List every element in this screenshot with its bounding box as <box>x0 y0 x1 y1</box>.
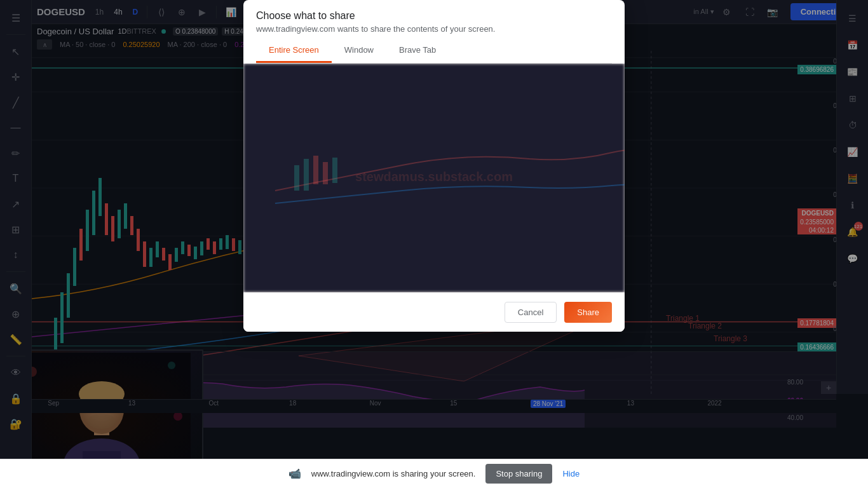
share-modal: Choose what to share www.tradingview.com… <box>243 0 625 332</box>
modal-preview: stewdamus.substack.com <box>243 64 625 292</box>
share-button[interactable]: Share <box>564 302 612 323</box>
svg-rect-92 <box>332 158 337 183</box>
modal-header: Choose what to share www.tradingview.com… <box>243 0 625 64</box>
tab-window[interactable]: Window <box>332 39 386 63</box>
svg-rect-89 <box>304 159 309 191</box>
modal-content: stewdamus.substack.com <box>243 64 625 292</box>
modal-footer: Cancel Share <box>243 292 625 332</box>
modal-overlay: Choose what to share www.tradingview.com… <box>0 0 868 488</box>
share-notification: 📹 www.tradingview.com is sharing your sc… <box>0 459 868 488</box>
share-icon: 📹 <box>288 468 301 480</box>
svg-text:stewdamus.substack.com: stewdamus.substack.com <box>355 170 513 184</box>
svg-rect-91 <box>323 162 328 184</box>
tab-entire-screen[interactable]: Entire Screen <box>256 39 332 63</box>
cancel-button[interactable]: Cancel <box>505 302 557 323</box>
svg-rect-90 <box>313 156 318 184</box>
preview-svg: stewdamus.substack.com <box>243 64 625 292</box>
modal-tabs: Entire Screen Window Brave Tab <box>256 39 612 64</box>
stop-sharing-button[interactable]: Stop sharing <box>485 464 552 484</box>
share-notification-text: www.tradingview.com is sharing your scre… <box>311 469 476 478</box>
hide-button[interactable]: Hide <box>562 469 580 478</box>
tab-brave-tab[interactable]: Brave Tab <box>386 39 449 63</box>
modal-subtitle: www.tradingview.com wants to share the c… <box>256 24 612 34</box>
modal-title: Choose what to share <box>256 10 612 22</box>
svg-rect-88 <box>294 165 299 191</box>
